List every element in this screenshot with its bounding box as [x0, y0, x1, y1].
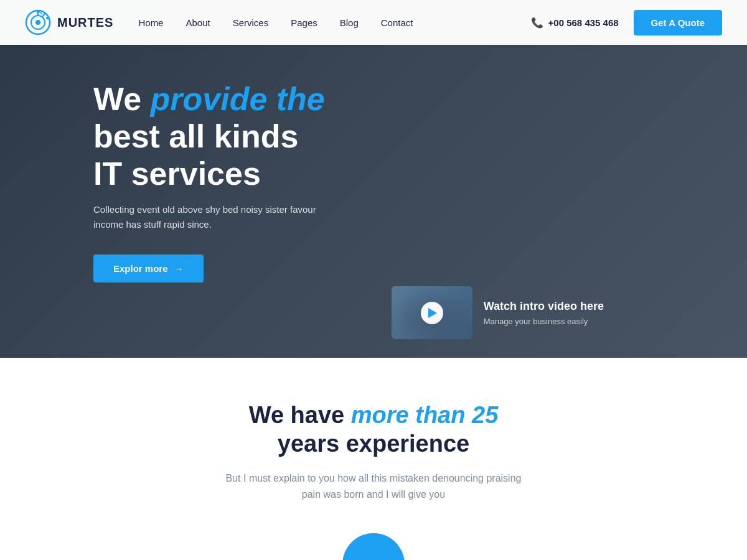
- video-info: Watch intro video here Manage your busin…: [484, 299, 604, 325]
- phone-number: +00 568 435 468: [548, 17, 619, 28]
- explore-button[interactable]: Explor more →: [93, 254, 204, 282]
- get-quote-button[interactable]: Get A Quote: [634, 10, 722, 35]
- nav-services[interactable]: Services: [233, 17, 269, 28]
- nav-links: Home About Services Pages Blog Contact: [138, 17, 530, 28]
- experience-title-part1: We have: [249, 402, 351, 428]
- svg-point-6: [46, 17, 49, 19]
- phone-icon: 📞: [531, 17, 543, 29]
- experience-section: We have more than 25 years experience Bu…: [0, 358, 747, 560]
- experience-title-italic: more than 25: [351, 402, 499, 428]
- nav-home[interactable]: Home: [138, 17, 163, 28]
- video-subtitle: Manage your business easily: [484, 317, 604, 326]
- play-button[interactable]: [421, 302, 443, 324]
- decorative-circle: [342, 533, 405, 560]
- play-icon: [428, 308, 437, 318]
- video-title: Watch intro video here: [484, 299, 604, 314]
- video-thumbnail[interactable]: [392, 286, 472, 339]
- arrow-icon: →: [174, 263, 184, 274]
- logo[interactable]: MURTES: [25, 9, 113, 35]
- hero-title-italic: provide the: [151, 81, 325, 117]
- video-widget: Watch intro video here Manage your busin…: [392, 286, 604, 339]
- hero-section: We provide the best all kinds IT service…: [0, 0, 747, 358]
- experience-subtitle: But I must explain to you how all this m…: [218, 470, 529, 502]
- experience-title-part2: years experience: [278, 431, 469, 457]
- explore-label: Explor more: [113, 263, 168, 274]
- svg-point-2: [35, 20, 40, 25]
- nav-about[interactable]: About: [186, 17, 210, 28]
- brand-name: MURTES: [57, 16, 113, 30]
- hero-title: We provide the best all kinds IT service…: [93, 81, 330, 192]
- nav-blog[interactable]: Blog: [340, 17, 359, 28]
- logo-icon: [25, 9, 51, 35]
- experience-title: We have more than 25 years experience: [25, 401, 722, 458]
- hero-title-part1: We: [93, 81, 151, 117]
- navbar: MURTES Home About Services Pages Blog Co…: [0, 0, 747, 45]
- hero-subtitle: Collecting event old above shy bed noisy…: [93, 202, 330, 232]
- nav-pages[interactable]: Pages: [291, 17, 317, 28]
- hero-content: We provide the best all kinds IT service…: [93, 81, 330, 282]
- phone-display: 📞 +00 568 435 468: [531, 17, 619, 29]
- nav-contact[interactable]: Contact: [381, 17, 413, 28]
- hero-title-part3: IT services: [93, 156, 261, 192]
- hero-title-part2: best all kinds: [93, 118, 298, 154]
